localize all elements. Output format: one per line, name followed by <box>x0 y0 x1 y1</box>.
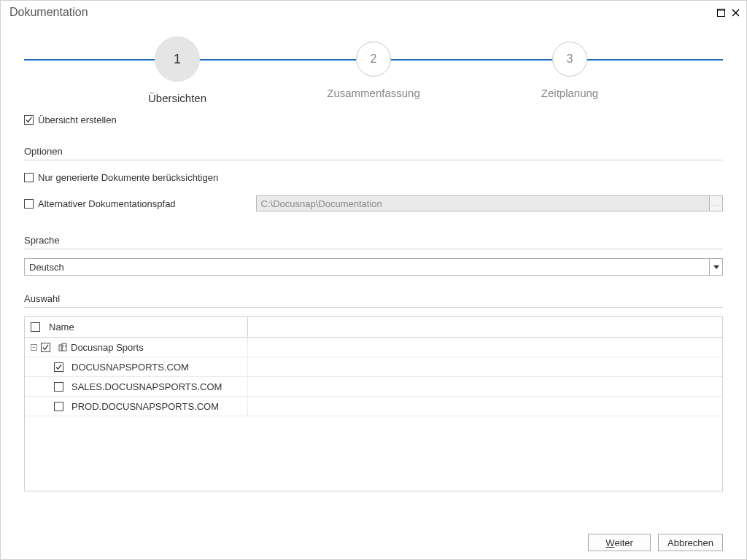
svg-rect-12 <box>65 346 66 347</box>
tree-item-label: DOCUSNAPSPORTS.COM <box>71 362 189 373</box>
alt-path-checkbox[interactable] <box>24 199 34 209</box>
step-label-3: Zeitplanung <box>541 87 598 99</box>
alt-path-input[interactable]: C:\Docusnap\Documentation <box>256 195 710 211</box>
create-overview-checkbox[interactable] <box>24 115 34 125</box>
company-icon <box>58 343 67 351</box>
tree-row-root[interactable]: − Docusnap Sports <box>25 338 722 357</box>
next-rest: eiter <box>615 537 633 548</box>
tree-item-checkbox[interactable] <box>54 362 63 372</box>
tree-header-label: Name <box>49 322 74 332</box>
tree-expander[interactable]: − <box>31 344 37 351</box>
cancel-button[interactable]: Abbrechen <box>658 534 723 551</box>
tree-header-name: Name <box>25 317 248 337</box>
svg-rect-8 <box>61 348 61 349</box>
chevron-down-icon <box>709 259 722 275</box>
svg-rect-7 <box>61 346 61 347</box>
tree-item-label: PROD.DOCUSNAPSPORTS.COM <box>71 401 219 412</box>
tree-header-rest <box>248 317 722 337</box>
footer: Weiter Abbrechen <box>1 526 746 559</box>
window-title: Dokumentation <box>7 6 716 19</box>
step-label-1: Übersichten <box>148 92 206 104</box>
maximize-button[interactable] <box>716 7 726 18</box>
svg-rect-11 <box>63 346 64 347</box>
tree-row-item[interactable]: DOCUSNAPSPORTS.COM <box>25 357 722 377</box>
tree-header-row: Name <box>25 317 722 338</box>
create-overview-row: Übersicht erstellen <box>24 114 723 125</box>
step-overview[interactable]: 1 Übersichten <box>104 42 250 104</box>
step-schedule[interactable]: 3 Zeitplanung <box>497 42 643 104</box>
language-selected-value: Deutsch <box>25 262 709 273</box>
selection-tree: Name − Docusnap Sports <box>24 316 723 491</box>
language-header: Sprache <box>24 235 723 249</box>
tree-root-checkbox[interactable] <box>41 343 50 352</box>
tree-row-item[interactable]: SALES.DOCUSNAPSPORTS.COM <box>25 377 722 397</box>
language-select[interactable]: Deutsch <box>24 258 723 276</box>
content-area: 1 Übersichten 2 Zusammenfassung 3 Zeitpl… <box>1 24 746 526</box>
alt-path-browse-button[interactable]: … <box>710 195 723 211</box>
alt-path-row: Alternativer Dokumentationspfad C:\Docus… <box>24 195 723 211</box>
svg-rect-10 <box>65 345 66 346</box>
select-all-checkbox[interactable] <box>31 322 40 332</box>
create-overview-label: Übersicht erstellen <box>38 114 117 125</box>
close-button[interactable] <box>730 7 740 18</box>
tree-row-item[interactable]: PROD.DOCUSNAPSPORTS.COM <box>25 397 722 416</box>
step-summary[interactable]: 2 Zusammenfassung <box>301 42 446 104</box>
step-circle-1: 1 <box>155 36 200 82</box>
tree-item-label: SALES.DOCUSNAPSPORTS.COM <box>71 381 222 392</box>
window-controls <box>716 7 740 18</box>
options-header: Optionen <box>24 146 723 160</box>
alt-path-label: Alternativer Dokumentationspfad <box>38 198 176 209</box>
only-generated-label: Nur generierte Dokumente berücksichtigen <box>38 172 218 183</box>
documentation-wizard-window: Dokumentation 1 Übersichten 2 Zusammenfa… <box>0 0 747 560</box>
svg-rect-9 <box>63 345 64 346</box>
only-generated-checkbox[interactable] <box>24 173 34 182</box>
next-button[interactable]: Weiter <box>588 534 651 551</box>
tree-body: − Docusnap Sports <box>25 338 722 491</box>
step-circle-2: 2 <box>356 42 391 77</box>
selection-header: Auswahl <box>24 293 723 308</box>
svg-marker-4 <box>713 265 719 269</box>
step-circle-3: 3 <box>552 42 587 77</box>
only-generated-row: Nur generierte Dokumente berücksichtigen <box>24 169 723 185</box>
tree-item-checkbox[interactable] <box>54 382 63 392</box>
wizard-steps: 1 Übersichten 2 Zusammenfassung 3 Zeitpl… <box>24 42 723 93</box>
tree-item-checkbox[interactable] <box>54 402 63 411</box>
tree-root-label: Docusnap Sports <box>71 342 144 353</box>
titlebar: Dokumentation <box>1 1 746 24</box>
step-label-2: Zusammenfassung <box>327 87 420 99</box>
next-underline: W <box>605 537 614 548</box>
